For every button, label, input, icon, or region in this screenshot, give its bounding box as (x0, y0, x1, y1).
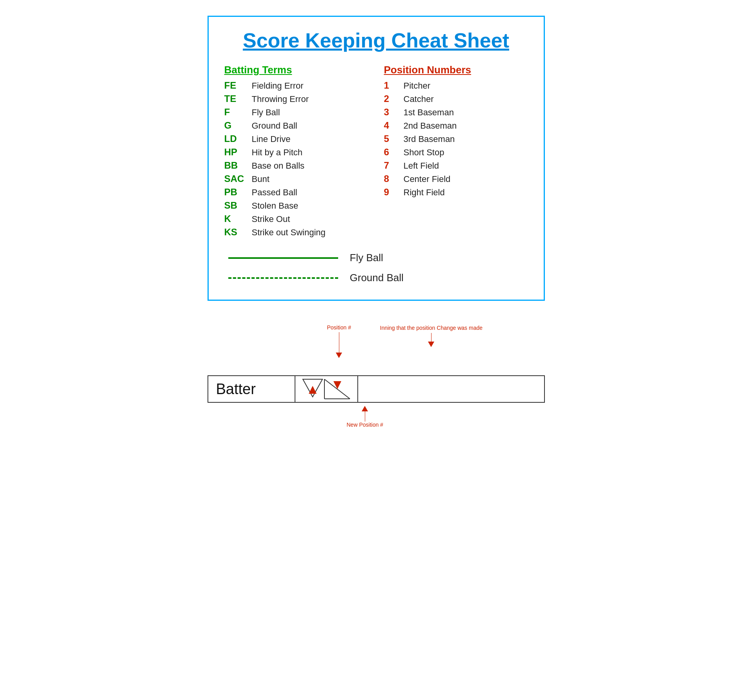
inning-arrow-down (428, 342, 434, 347)
positions-header: Position Numbers (384, 64, 528, 76)
term-abbr: F (224, 107, 252, 118)
pos-name: 2nd Baseman (404, 121, 457, 131)
batting-term-row: LDLine Drive (224, 133, 368, 144)
batting-terms-list: FEFielding ErrorTEThrowing ErrorFFly Bal… (224, 80, 368, 238)
main-title: Score Keeping Cheat Sheet (224, 29, 528, 52)
pos-num: 1 (384, 80, 404, 91)
term-desc: Strike out Swinging (252, 227, 326, 238)
batter-row: Batter (208, 375, 545, 403)
batting-term-row: TEThrowing Error (224, 93, 368, 104)
batter-label: Batter (208, 381, 295, 398)
term-desc: Line Drive (252, 134, 291, 144)
batting-term-row: PBPassed Ball (224, 187, 368, 198)
legend-section: Fly Ball Ground Ball (224, 252, 528, 284)
batting-terms-column: Batting Terms FEFielding ErrorTEThrowing… (224, 64, 368, 240)
term-abbr: KS (224, 227, 252, 238)
post-cell (357, 376, 544, 402)
annotations-below: New Position # (208, 403, 545, 430)
cell-svg (299, 377, 354, 401)
term-abbr: FE (224, 80, 252, 91)
term-desc: Fielding Error (252, 81, 304, 91)
two-column-layout: Batting Terms FEFielding ErrorTEThrowing… (224, 64, 528, 240)
pos-name: Pitcher (404, 81, 430, 91)
position-row: 8Center Field (384, 173, 528, 184)
pos-num: 3 (384, 107, 404, 118)
fly-ball-legend: Fly Ball (228, 252, 528, 264)
pos-num: 8 (384, 173, 404, 184)
position-annotation: Position # (327, 324, 351, 358)
term-desc: Ground Ball (252, 121, 297, 131)
pos-name: Left Field (404, 161, 439, 171)
pos-name: Center Field (404, 174, 451, 184)
term-desc: Hit by a Pitch (252, 147, 303, 158)
term-desc: Bunt (252, 174, 269, 184)
pos-num: 4 (384, 120, 404, 131)
batting-term-row: BBBase on Balls (224, 160, 368, 171)
position-arrow-down (336, 353, 342, 358)
pos-num: 9 (384, 187, 404, 198)
batting-term-row: SBStolen Base (224, 200, 368, 211)
position-row: 7Left Field (384, 160, 528, 171)
term-abbr: LD (224, 133, 252, 144)
position-row: 53rd Baseman (384, 133, 528, 144)
term-desc: Stolen Base (252, 201, 299, 211)
term-abbr: SB (224, 200, 252, 211)
term-abbr: HP (224, 147, 252, 158)
diagram-section: Position # Inning that the position Chan… (208, 324, 545, 430)
term-desc: Base on Balls (252, 161, 305, 171)
position-cell (295, 376, 357, 402)
inning-vline (431, 333, 432, 342)
term-abbr: G (224, 120, 252, 131)
term-desc: Fly Ball (252, 107, 280, 118)
cheat-sheet-box: Score Keeping Cheat Sheet Batting Terms … (208, 16, 545, 301)
pos-name: 1st Baseman (404, 107, 454, 118)
batting-term-row: FFly Ball (224, 107, 368, 118)
position-vline (339, 332, 339, 353)
term-abbr: PB (224, 187, 252, 198)
position-row: 6Short Stop (384, 147, 528, 158)
ground-ball-label: Ground Ball (350, 272, 404, 284)
term-desc: Throwing Error (252, 94, 309, 104)
pos-num: 5 (384, 133, 404, 144)
svg-marker-6 (333, 381, 341, 389)
ground-ball-legend: Ground Ball (228, 272, 528, 284)
position-row: 2Catcher (384, 93, 528, 104)
pos-num: 7 (384, 160, 404, 171)
positions-column: Position Numbers 1Pitcher2Catcher31st Ba… (384, 64, 528, 240)
pos-name: 3rd Baseman (404, 134, 455, 144)
position-row: 1Pitcher (384, 80, 528, 91)
pos-num: 2 (384, 93, 404, 104)
annotations-above: Position # Inning that the position Chan… (208, 324, 545, 375)
position-row: 9Right Field (384, 187, 528, 198)
term-abbr: BB (224, 160, 252, 171)
inning-annotation: Inning that the position Change was made (380, 324, 483, 347)
position-row: 31st Baseman (384, 107, 528, 118)
pos-num: 6 (384, 147, 404, 158)
term-abbr: TE (224, 93, 252, 104)
term-abbr: SAC (224, 173, 252, 184)
batting-terms-header: Batting Terms (224, 64, 368, 76)
term-abbr: K (224, 213, 252, 224)
fly-ball-line (228, 257, 338, 259)
svg-marker-1 (309, 386, 317, 394)
batting-term-row: KSStrike out Swinging (224, 227, 368, 238)
term-desc: Strike Out (252, 214, 290, 224)
positions-list: 1Pitcher2Catcher31st Baseman42nd Baseman… (384, 80, 528, 198)
position-row: 42nd Baseman (384, 120, 528, 131)
ground-ball-line (228, 277, 338, 279)
fly-ball-label: Fly Ball (350, 252, 383, 264)
term-desc: Passed Ball (252, 187, 297, 198)
batting-term-row: FEFielding Error (224, 80, 368, 91)
batting-term-row: KStrike Out (224, 213, 368, 224)
new-position-vline (365, 411, 365, 422)
new-position-annotation: New Position # (347, 406, 383, 428)
batting-term-row: HPHit by a Pitch (224, 147, 368, 158)
pos-name: Short Stop (404, 147, 444, 158)
new-position-arrow-up (362, 406, 368, 411)
pos-name: Right Field (404, 187, 445, 198)
pos-name: Catcher (404, 94, 434, 104)
batting-term-row: GGround Ball (224, 120, 368, 131)
batting-term-row: SACBunt (224, 173, 368, 184)
